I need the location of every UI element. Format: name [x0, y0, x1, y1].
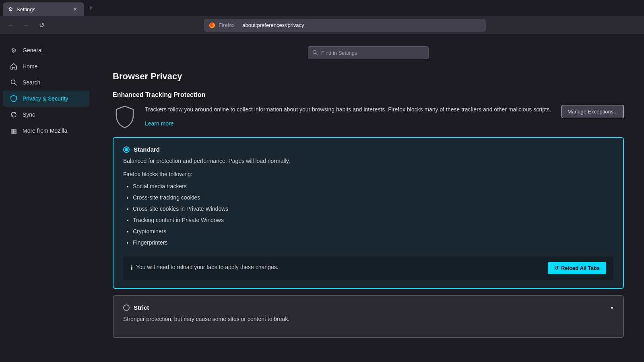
standard-header-left: Standard: [123, 146, 160, 153]
sidebar-label-search: Search: [23, 79, 40, 86]
back-button[interactable]: ←: [5, 19, 17, 31]
sidebar-label-general: General: [23, 47, 43, 53]
tracking-description: Trackers follow you around online to col…: [145, 105, 553, 114]
sidebar-item-general[interactable]: ⚙ General: [3, 42, 89, 58]
find-in-settings-input[interactable]: Find in Settings: [308, 46, 429, 59]
tracking-desc-text: Trackers follow you around online to col…: [145, 105, 553, 127]
section-title: Enhanced Tracking Protection: [113, 91, 624, 99]
standard-radio-button[interactable]: [123, 146, 130, 153]
blocks-list-title: Firefox blocks the following:: [123, 171, 613, 177]
address-bar[interactable]: Firefox about:preferences#privacy: [204, 19, 486, 32]
strict-option-box: Strict ▾ Stronger protection, but may ca…: [113, 295, 624, 338]
tracking-desc-row: Trackers follow you around online to col…: [113, 105, 624, 129]
firefox-logo: [209, 22, 215, 29]
page-title: Browser Privacy: [113, 71, 624, 82]
list-item: Cross-site cookies in Private Windows: [133, 203, 613, 214]
browser-chrome: ⚙ Settings ✕ + ← → ↺ Firefox about:prefe…: [0, 0, 644, 34]
list-item: Fingerprinters: [133, 237, 613, 248]
find-placeholder: Find in Settings: [321, 50, 357, 56]
search-icon: [10, 78, 18, 86]
blocks-list: Social media trackers Cross-site trackin…: [123, 181, 613, 248]
list-item: Tracking content in Private Windows: [133, 214, 613, 226]
svg-line-4: [316, 53, 318, 55]
strict-radio-button[interactable]: [123, 304, 130, 311]
strict-header-left: Strict: [123, 304, 149, 311]
sync-icon: [10, 111, 18, 119]
svg-point-3: [313, 51, 316, 54]
list-item: Cross-site tracking cookies: [133, 192, 613, 203]
content-area: Find in Settings Browser Privacy Enhance…: [93, 34, 644, 362]
notice-text-container: ℹ You will need to reload your tabs to a…: [130, 263, 279, 273]
standard-option-header: Standard: [123, 146, 613, 153]
tab-close-button[interactable]: ✕: [72, 6, 79, 13]
home-icon: [10, 62, 18, 70]
main-layout: ⚙ General Home Search: [0, 34, 644, 362]
reload-btn-label: Reload All Tabs: [561, 265, 600, 271]
settings-tab-icon: ⚙: [8, 6, 13, 12]
info-icon: ℹ: [130, 263, 133, 273]
sidebar-item-search[interactable]: Search: [3, 74, 89, 90]
sidebar-item-home[interactable]: Home: [3, 58, 89, 74]
new-tab-button[interactable]: +: [85, 2, 97, 14]
reload-btn-icon: ↺: [554, 265, 559, 271]
strict-option-header: Strict ▾: [123, 304, 613, 311]
standard-option-title: Standard: [134, 146, 160, 153]
reload-button[interactable]: ↺: [35, 19, 47, 31]
reload-notice: ℹ You will need to reload your tabs to a…: [123, 256, 613, 280]
standard-option-box: Standard Balanced for protection and per…: [113, 137, 624, 289]
settings-tab-title: Settings: [17, 6, 68, 12]
sidebar-item-sync[interactable]: Sync: [3, 107, 89, 123]
standard-option-desc: Balanced for protection and performance.…: [123, 157, 613, 165]
strict-option-desc: Stronger protection, but may cause some …: [123, 315, 613, 323]
general-icon: ⚙: [10, 46, 18, 54]
find-settings-wrapper: Find in Settings: [113, 46, 624, 59]
nav-bar: ← → ↺ Firefox about:preferences#privacy: [0, 16, 644, 34]
list-item: Cryptominers: [133, 226, 613, 237]
manage-exceptions-button[interactable]: Manage Exceptions...: [561, 105, 624, 118]
tab-bar: ⚙ Settings ✕ +: [0, 0, 644, 16]
address-separator: [238, 22, 239, 28]
find-search-icon: [312, 50, 318, 56]
privacy-icon: [10, 95, 18, 103]
sidebar-label-privacy: Privacy & Security: [23, 95, 68, 102]
sidebar-label-sync: Sync: [23, 111, 35, 118]
reload-all-tabs-button[interactable]: ↺ Reload All Tabs: [548, 262, 606, 274]
svg-line-2: [15, 84, 17, 86]
reload-icon: ↺: [39, 21, 44, 29]
strict-chevron-icon: ▾: [611, 304, 613, 311]
sidebar-item-more-from-mozilla[interactable]: ▦ More from Mozilla: [3, 123, 89, 139]
address-site: Firefox: [219, 22, 235, 28]
strict-option-title: Strict: [134, 304, 149, 311]
mozilla-icon: ▦: [10, 127, 18, 135]
shield-icon-large: [113, 105, 137, 129]
forward-icon: →: [23, 22, 29, 29]
sidebar-item-privacy-security[interactable]: Privacy & Security: [3, 90, 89, 107]
back-icon: ←: [8, 22, 14, 29]
learn-more-link[interactable]: Learn more: [145, 120, 174, 127]
forward-button[interactable]: →: [20, 19, 32, 31]
address-url: about:preferences#privacy: [242, 22, 304, 28]
sidebar: ⚙ General Home Search: [0, 34, 93, 362]
sidebar-label-mozilla: More from Mozilla: [23, 128, 67, 134]
notice-message: You will need to reload your tabs to app…: [136, 263, 279, 272]
list-item: Social media trackers: [133, 181, 613, 192]
settings-tab[interactable]: ⚙ Settings ✕: [3, 2, 84, 16]
sidebar-label-home: Home: [23, 63, 37, 70]
